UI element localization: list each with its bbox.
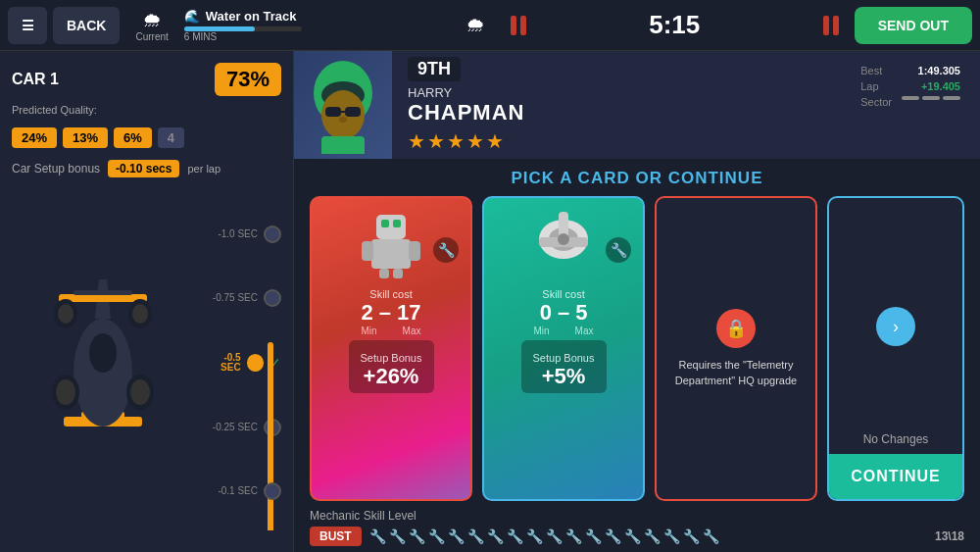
quality-badge: 73% xyxy=(215,63,281,96)
slider-row-5: -0.1 SEC xyxy=(203,482,281,500)
svg-point-35 xyxy=(558,233,569,245)
card-1-min: 2 xyxy=(362,300,373,326)
card-1-setup-label: Setup Bonus xyxy=(361,352,422,364)
svg-point-8 xyxy=(56,379,75,405)
wrench-icon-12: 🔧 xyxy=(585,528,602,544)
card-3-locked[interactable]: 🔒 Requires the "Telemetry Department" HQ… xyxy=(655,196,817,501)
car-image-container xyxy=(12,185,193,540)
stat-row-sector: Sector xyxy=(860,96,960,108)
menu-button[interactable]: ☰ xyxy=(8,7,47,44)
slider-dot-3-active[interactable] xyxy=(247,354,264,372)
card-1-max: 17 xyxy=(397,300,420,326)
wrench-icon-17: 🔧 xyxy=(683,528,700,544)
driver-face-svg xyxy=(304,56,382,154)
slider-row-2: -0.75 SEC xyxy=(203,289,281,307)
mechanic-label: Mechanic Skill Level xyxy=(310,509,964,523)
svg-rect-29 xyxy=(379,269,389,278)
wrench-icon-6: 🔧 xyxy=(467,528,484,544)
stat-badges: 24% 13% 6% 4 xyxy=(12,127,281,148)
svg-point-10 xyxy=(130,379,150,405)
per-lap-label: per lap xyxy=(187,163,220,175)
svg-rect-5 xyxy=(59,294,147,302)
wrench-icon-2: 🔧 xyxy=(389,528,406,544)
card-2[interactable]: 🔧 Skill cost 0 – 5 Min Max Setup Bonus +… xyxy=(482,196,645,501)
card-1[interactable]: 🔧 Skill cost 2 – 17 Min Max Setup Bonus … xyxy=(310,196,472,501)
wrench-icon-14: 🔧 xyxy=(624,528,641,544)
hamburger-icon: ☰ xyxy=(22,18,34,33)
lock-icon: 🔒 xyxy=(716,309,756,348)
card-1-max-label: Max xyxy=(403,326,421,336)
setup-bonus-label: Car Setup bonus xyxy=(12,162,100,176)
card-1-setup-section: Setup Bonus +26% xyxy=(349,340,434,393)
card-2-max-label: Max xyxy=(575,326,594,336)
slider-dot-1[interactable] xyxy=(264,226,281,243)
current-weather-section: 🌧 Current xyxy=(125,9,177,42)
car-title: CAR 1 xyxy=(12,71,59,88)
predicted-label: Predicted Quality: xyxy=(12,104,281,116)
or-text: OR xyxy=(635,169,667,187)
send-out-button[interactable]: SEND OUT xyxy=(855,7,972,44)
track-mins: 6 MINS xyxy=(184,31,217,42)
cards-row: 🔧 Skill cost 2 – 17 Min Max Setup Bonus … xyxy=(294,196,980,501)
continue-button[interactable]: CONTINUE xyxy=(829,454,962,499)
best-label: Best xyxy=(860,65,882,76)
svg-rect-19 xyxy=(345,107,361,117)
car-part-svg xyxy=(529,210,598,278)
slider-label-5: -0.1 SEC xyxy=(218,486,258,496)
main-layout: CAR 1 73% Predicted Quality: 24% 13% 6% … xyxy=(0,51,980,552)
svg-rect-6 xyxy=(74,290,132,295)
pause-section-right xyxy=(813,16,849,35)
driver-lastname: CHAPMAN xyxy=(408,100,524,125)
wrench-icon-9: 🔧 xyxy=(526,528,543,544)
best-value: 1:49.305 xyxy=(918,65,960,76)
wrench-icon-4: 🔧 xyxy=(428,528,445,544)
setup-bonus-row: Car Setup bonus -0.10 secs per lap xyxy=(12,160,281,177)
left-panel: CAR 1 73% Predicted Quality: 24% 13% 6% … xyxy=(0,51,294,552)
wrench-icon-3: 🔧 xyxy=(409,528,425,544)
driver-portrait xyxy=(294,51,392,159)
stat-row-lap: Lap +19.405 xyxy=(860,80,960,92)
pause-bar-left xyxy=(511,16,516,35)
race-timer: 5:15 xyxy=(542,10,808,40)
svg-rect-30 xyxy=(393,269,403,278)
card-1-robot-icon xyxy=(352,210,430,278)
card-2-skill-value: 0 – 5 xyxy=(540,300,588,326)
card-1-min-label: Min xyxy=(361,326,376,336)
stat-badge-1: 24% xyxy=(12,127,57,148)
track-progress-bar xyxy=(184,26,302,31)
wrench-icon-8: 🔧 xyxy=(507,528,523,544)
slider-dot-2[interactable] xyxy=(264,289,281,307)
continue-card[interactable]: › No Changes CONTINUE xyxy=(827,196,964,501)
continue-arrow-icon[interactable]: › xyxy=(876,307,915,346)
driver-header: 9TH HARRY CHAPMAN ★★★★★ Best 1:49.305 La… xyxy=(294,51,980,159)
wrench-icon-11: 🔧 xyxy=(565,528,582,544)
track-name: 🌊 Water on Track xyxy=(184,9,297,24)
pause-section xyxy=(501,16,536,35)
card-1-setup-value: +26% xyxy=(361,364,422,389)
pause-bar-right2 xyxy=(833,16,839,35)
card-2-dash: – xyxy=(558,300,569,326)
card-2-setup-label: Setup Bonus xyxy=(533,352,595,364)
slider-dot-5[interactable] xyxy=(264,482,281,500)
card-2-min: 0 xyxy=(540,300,552,326)
slider-area[interactable]: -1.0 SEC -0.75 SEC -0.5 SEC ✓ -0.25 SEC xyxy=(203,185,281,540)
sector-dash-3 xyxy=(943,96,960,100)
card-2-wrench-icon: 🔧 xyxy=(606,237,631,263)
skill-count: 13\18 xyxy=(935,529,964,543)
card-2-min-label: Min xyxy=(533,326,549,336)
pause-bar-left2 xyxy=(823,16,829,35)
track-section: 🌊 Water on Track 6 MINS xyxy=(184,9,450,42)
svg-rect-18 xyxy=(325,107,341,117)
svg-rect-23 xyxy=(376,215,406,239)
wrench-icon-16: 🔧 xyxy=(663,528,680,544)
back-button[interactable]: BACK xyxy=(53,7,120,44)
card-2-min-max: Min Max xyxy=(533,326,593,336)
stat-badge-2: 13% xyxy=(63,127,108,148)
continue-word: CONTINUE xyxy=(668,169,763,187)
wrench-icon-13: 🔧 xyxy=(605,528,621,544)
card-1-skill-value: 2 – 17 xyxy=(362,300,421,326)
stat-badge-4: 4 xyxy=(158,127,184,148)
wrench-icons: 🔧🔧🔧🔧🔧🔧🔧🔧🔧🔧🔧🔧🔧🔧🔧🔧🔧🔧 xyxy=(369,528,927,544)
wrench-icon-10: 🔧 xyxy=(546,528,563,544)
car-setup-area: -1.0 SEC -0.75 SEC -0.5 SEC ✓ -0.25 SEC xyxy=(12,185,281,540)
